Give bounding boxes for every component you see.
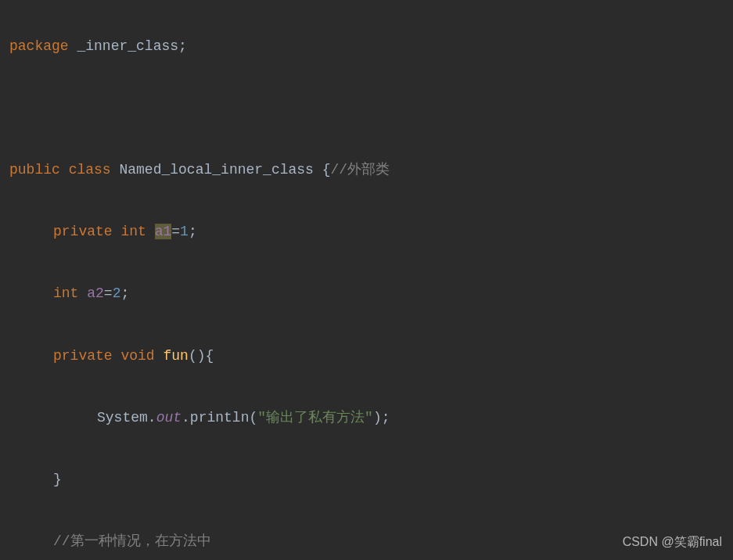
- keyword-class: class: [69, 162, 111, 178]
- out-field: out: [156, 410, 181, 425]
- code-line-7: System.out.println("输出了私有方法");: [9, 403, 724, 434]
- package-name: _inner_class: [77, 38, 178, 54]
- parens: (){: [189, 348, 214, 364]
- code-line-8: }: [9, 465, 724, 496]
- keyword-package: package: [9, 38, 69, 54]
- brace-close: }: [53, 472, 62, 487]
- paren-open: (: [249, 410, 257, 425]
- code-editor[interactable]: package _inner_class; public class Named…: [9, 0, 724, 560]
- string-literal: "输出了私有方法": [257, 410, 373, 425]
- keyword-void: void: [120, 348, 154, 364]
- comment: //外部类: [331, 162, 390, 178]
- keyword-int: int: [120, 224, 146, 239]
- code-line-6: private void fun(){: [9, 341, 724, 372]
- class-name: Named_local_inner_class: [119, 162, 313, 178]
- keyword-int: int: [53, 285, 78, 301]
- keyword-public: public: [9, 162, 60, 178]
- println: println: [190, 410, 250, 425]
- system: System.: [97, 410, 156, 425]
- keyword-private: private: [53, 348, 113, 364]
- code-line-1: package _inner_class;: [9, 31, 724, 63]
- equals: =: [104, 285, 113, 301]
- dot: .: [181, 410, 190, 425]
- number-1: 1: [180, 224, 189, 239]
- comment: //第一种情况，在方法中: [53, 533, 211, 549]
- watermark: CSDN @笑霸final: [623, 528, 722, 555]
- code-line-2: [9, 93, 724, 124]
- semicolon: ;: [189, 224, 197, 239]
- brace: {: [314, 162, 331, 178]
- number-2: 2: [113, 285, 121, 301]
- method-fun: fun: [163, 348, 188, 364]
- code-line-9: //第一种情况，在方法中: [9, 526, 724, 558]
- equals: =: [171, 224, 180, 239]
- field-a1: a1: [155, 224, 172, 239]
- paren-close: );: [373, 410, 390, 425]
- field-a2: a2: [87, 285, 104, 301]
- code-line-4: private int a1=1;: [9, 217, 724, 248]
- keyword-private: private: [53, 224, 113, 239]
- semicolon: ;: [178, 38, 187, 54]
- code-line-5: int a2=2;: [9, 278, 724, 310]
- code-line-3: public class Named_local_inner_class {//…: [9, 155, 724, 186]
- semicolon: ;: [120, 285, 129, 301]
